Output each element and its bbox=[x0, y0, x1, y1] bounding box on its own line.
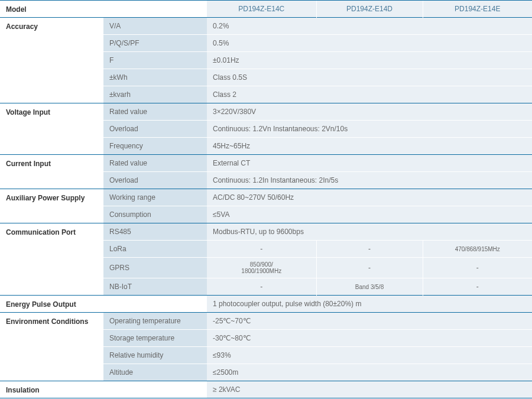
value-env-alt: ≤2500m bbox=[207, 364, 532, 381]
value-gprs-m3: - bbox=[423, 258, 532, 278]
value-env-rh: ≤93% bbox=[207, 347, 532, 364]
value-c-rated: External CT bbox=[207, 155, 532, 172]
param-v-rated: Rated value bbox=[103, 103, 207, 121]
category-voltage: Voltage Input bbox=[0, 103, 103, 155]
param-env-alt: Altitude bbox=[103, 364, 207, 381]
param-kvarh: ±kvarh bbox=[103, 86, 207, 103]
param-pqspf: P/Q/S/PF bbox=[103, 35, 207, 52]
param-lora: LoRa bbox=[103, 241, 207, 258]
value-v-rated: 3×220V/380V bbox=[207, 103, 532, 121]
table-row: Voltage Input Rated value 3×220V/380V bbox=[0, 103, 532, 121]
param-aux-cons: Consumption bbox=[103, 206, 207, 223]
category-comm: Communication Port bbox=[0, 223, 103, 296]
table-row: Energy Pulse Output 1 photocoupler outpu… bbox=[0, 296, 532, 313]
param-aux-range: Working range bbox=[103, 189, 207, 206]
value-lora-m3: 470/868/915MHz bbox=[423, 241, 532, 258]
value-kvarh: Class 2 bbox=[207, 86, 532, 103]
model-label: Model bbox=[0, 1, 207, 18]
param-v-overload: Overload bbox=[103, 121, 207, 138]
value-aux-range: AC/DC 80~270V 50/60Hz bbox=[207, 189, 532, 206]
value-rs485: Modbus-RTU, up to 9600bps bbox=[207, 223, 532, 241]
table-row: Auxiliary Power Supply Working range AC/… bbox=[0, 189, 532, 206]
category-epo: Energy Pulse Output bbox=[0, 296, 207, 313]
value-lora-m1: - bbox=[207, 241, 316, 258]
value-va: 0.2% bbox=[207, 18, 532, 35]
category-accuracy: Accuracy bbox=[0, 18, 103, 103]
value-v-overload: Continuous: 1.2Vn Instantaneous: 2Vn/10s bbox=[207, 121, 532, 138]
value-insulation: ≥ 2kVAC bbox=[207, 381, 532, 398]
value-lora-m2: - bbox=[316, 241, 423, 258]
param-c-overload: Overload bbox=[103, 172, 207, 189]
table-row: Accuracy V/A 0.2% bbox=[0, 18, 532, 35]
param-nbiot: NB-IoT bbox=[103, 278, 207, 296]
param-kwh: ±kWh bbox=[103, 69, 207, 86]
model-col-2: PD194Z-E14D bbox=[316, 1, 423, 18]
table-row: Communication Port RS485 Modbus-RTU, up … bbox=[0, 223, 532, 241]
model-col-1: PD194Z-E14C bbox=[207, 1, 316, 18]
value-c-overload: Continuous: 1.2In Instantaneous: 2In/5s bbox=[207, 172, 532, 189]
value-f: ±0.01Hz bbox=[207, 52, 532, 69]
param-env-op: Operating temperature bbox=[103, 313, 207, 330]
value-nbiot-m1: - bbox=[207, 278, 316, 296]
value-aux-cons: ≤5VA bbox=[207, 206, 532, 223]
param-gprs: GPRS bbox=[103, 258, 207, 278]
param-c-rated: Rated value bbox=[103, 155, 207, 172]
table-row: Current Input Rated value External CT bbox=[0, 155, 532, 172]
value-epo: 1 photocoupler output, pulse width (80±2… bbox=[207, 296, 532, 313]
param-v-freq: Frequency bbox=[103, 138, 207, 155]
table-row: Insulation ≥ 2kVAC bbox=[0, 381, 532, 398]
param-rs485: RS485 bbox=[103, 223, 207, 241]
param-env-rh: Relative humidity bbox=[103, 347, 207, 364]
param-env-stor: Storage temperature bbox=[103, 330, 207, 347]
value-nbiot-m2: Band 3/5/8 bbox=[316, 278, 423, 296]
value-env-op: -25℃~70℃ bbox=[207, 313, 532, 330]
category-aux: Auxiliary Power Supply bbox=[0, 189, 103, 223]
value-gprs-m2: - bbox=[316, 258, 423, 278]
table-header-row: Model PD194Z-E14C PD194Z-E14D PD194Z-E14… bbox=[0, 1, 532, 18]
value-pqspf: 0.5% bbox=[207, 35, 532, 52]
category-insulation: Insulation bbox=[0, 381, 207, 398]
table-row: Environment Conditions Operating tempera… bbox=[0, 313, 532, 330]
param-f: F bbox=[103, 52, 207, 69]
value-v-freq: 45Hz~65Hz bbox=[207, 138, 532, 155]
model-col-3: PD194Z-E14E bbox=[423, 1, 532, 18]
param-va: V/A bbox=[103, 18, 207, 35]
value-kwh: Class 0.5S bbox=[207, 69, 532, 86]
value-gprs-m1: 850/900/ 1800/1900MHz bbox=[207, 258, 316, 278]
value-nbiot-m3: - bbox=[423, 278, 532, 296]
value-env-stor: -30℃~80℃ bbox=[207, 330, 532, 347]
spec-table: Model PD194Z-E14C PD194Z-E14D PD194Z-E14… bbox=[0, 0, 532, 398]
category-env: Environment Conditions bbox=[0, 313, 103, 381]
category-current: Current Input bbox=[0, 155, 103, 189]
